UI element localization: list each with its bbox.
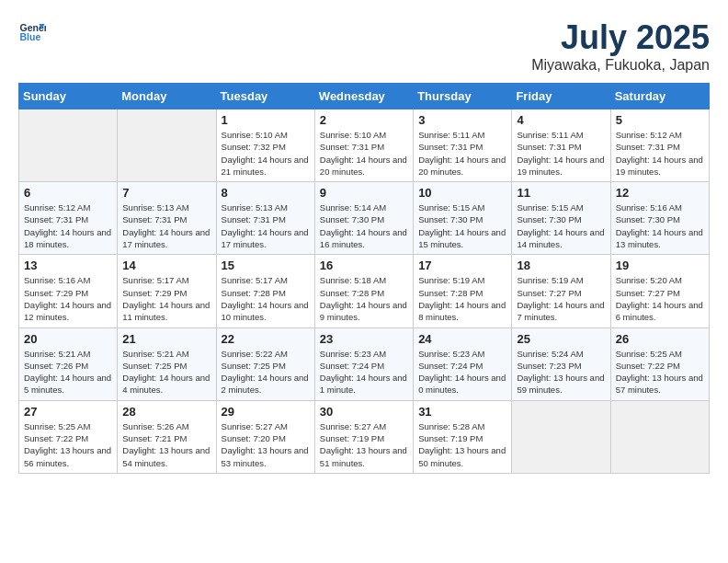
day-info: Sunrise: 5:15 AMSunset: 7:30 PMDaylight:… [418, 201, 506, 250]
calendar-cell: 28Sunrise: 5:26 AMSunset: 7:21 PMDayligh… [118, 400, 216, 473]
calendar-cell: 10Sunrise: 5:15 AMSunset: 7:30 PMDayligh… [414, 182, 512, 255]
calendar-cell: 31Sunrise: 5:28 AMSunset: 7:19 PMDayligh… [414, 400, 512, 473]
calendar-week-1: 1Sunrise: 5:10 AMSunset: 7:32 PMDaylight… [19, 109, 710, 182]
calendar-cell: 27Sunrise: 5:25 AMSunset: 7:22 PMDayligh… [19, 400, 118, 473]
day-number: 24 [418, 332, 506, 346]
day-number: 12 [616, 186, 704, 200]
day-number: 13 [24, 259, 112, 272]
calendar-cell [610, 400, 709, 473]
day-number: 19 [616, 259, 704, 272]
day-number: 9 [320, 186, 408, 200]
calendar-cell [512, 400, 610, 473]
day-info: Sunrise: 5:11 AMSunset: 7:31 PMDaylight:… [517, 129, 605, 178]
day-info: Sunrise: 5:21 AMSunset: 7:26 PMDaylight:… [24, 348, 112, 396]
day-number: 30 [320, 405, 408, 419]
title-block: July 2025 Miyawaka, Fukuoka, Japan [531, 18, 710, 74]
day-info: Sunrise: 5:16 AMSunset: 7:29 PMDaylight:… [24, 274, 112, 323]
column-header-wednesday: Wednesday [314, 84, 413, 109]
column-header-sunday: Sunday [19, 84, 118, 109]
calendar-cell: 25Sunrise: 5:24 AMSunset: 7:23 PMDayligh… [512, 327, 610, 400]
calendar-cell: 13Sunrise: 5:16 AMSunset: 7:29 PMDayligh… [19, 255, 118, 327]
day-number: 4 [517, 113, 605, 127]
calendar-cell: 22Sunrise: 5:22 AMSunset: 7:25 PMDayligh… [216, 327, 314, 400]
calendar-cell: 1Sunrise: 5:10 AMSunset: 7:32 PMDaylight… [216, 109, 314, 182]
day-info: Sunrise: 5:19 AMSunset: 7:27 PMDaylight:… [517, 274, 605, 323]
calendar-header-row: SundayMondayTuesdayWednesdayThursdayFrid… [19, 84, 710, 109]
day-number: 5 [616, 113, 704, 127]
calendar-cell: 3Sunrise: 5:11 AMSunset: 7:31 PMDaylight… [414, 109, 512, 182]
page-header: General Blue July 2025 Miyawaka, Fukuoka… [18, 18, 710, 74]
day-number: 31 [418, 405, 506, 419]
day-info: Sunrise: 5:20 AMSunset: 7:27 PMDaylight:… [616, 274, 704, 323]
calendar-week-5: 27Sunrise: 5:25 AMSunset: 7:22 PMDayligh… [19, 400, 710, 473]
calendar-cell: 8Sunrise: 5:13 AMSunset: 7:31 PMDaylight… [216, 182, 314, 255]
day-info: Sunrise: 5:12 AMSunset: 7:31 PMDaylight:… [24, 201, 112, 250]
calendar-cell: 5Sunrise: 5:12 AMSunset: 7:31 PMDaylight… [610, 109, 709, 182]
calendar-cell: 15Sunrise: 5:17 AMSunset: 7:28 PMDayligh… [216, 255, 314, 327]
day-info: Sunrise: 5:22 AMSunset: 7:25 PMDaylight:… [222, 348, 310, 396]
calendar-cell: 24Sunrise: 5:23 AMSunset: 7:24 PMDayligh… [414, 327, 512, 400]
calendar-cell: 21Sunrise: 5:21 AMSunset: 7:25 PMDayligh… [118, 327, 216, 400]
day-number: 18 [517, 259, 605, 272]
calendar-table: SundayMondayTuesdayWednesdayThursdayFrid… [18, 83, 710, 474]
day-number: 20 [24, 332, 112, 346]
day-info: Sunrise: 5:10 AMSunset: 7:32 PMDaylight:… [222, 129, 310, 178]
calendar-cell: 16Sunrise: 5:18 AMSunset: 7:28 PMDayligh… [314, 255, 413, 327]
day-number: 26 [616, 332, 704, 346]
column-header-tuesday: Tuesday [216, 84, 314, 109]
calendar-cell: 12Sunrise: 5:16 AMSunset: 7:30 PMDayligh… [610, 182, 709, 255]
day-number: 29 [222, 405, 310, 419]
day-info: Sunrise: 5:18 AMSunset: 7:28 PMDaylight:… [320, 274, 408, 323]
day-number: 1 [222, 113, 310, 127]
day-info: Sunrise: 5:15 AMSunset: 7:30 PMDaylight:… [517, 201, 605, 250]
day-info: Sunrise: 5:16 AMSunset: 7:30 PMDaylight:… [616, 201, 704, 250]
day-info: Sunrise: 5:23 AMSunset: 7:24 PMDaylight:… [320, 348, 408, 396]
day-info: Sunrise: 5:26 AMSunset: 7:21 PMDaylight:… [122, 420, 210, 469]
logo: General Blue [18, 18, 46, 46]
day-info: Sunrise: 5:23 AMSunset: 7:24 PMDaylight:… [418, 348, 506, 396]
column-header-saturday: Saturday [610, 84, 709, 109]
calendar-cell: 19Sunrise: 5:20 AMSunset: 7:27 PMDayligh… [610, 255, 709, 327]
day-number: 16 [320, 259, 408, 272]
calendar-cell: 30Sunrise: 5:27 AMSunset: 7:19 PMDayligh… [314, 400, 413, 473]
column-header-friday: Friday [512, 84, 610, 109]
day-number: 21 [122, 332, 210, 346]
day-number: 7 [122, 186, 210, 200]
calendar-cell: 14Sunrise: 5:17 AMSunset: 7:29 PMDayligh… [118, 255, 216, 327]
day-number: 8 [222, 186, 310, 200]
calendar-cell: 7Sunrise: 5:13 AMSunset: 7:31 PMDaylight… [118, 182, 216, 255]
location-subtitle: Miyawaka, Fukuoka, Japan [531, 57, 710, 74]
calendar-cell: 20Sunrise: 5:21 AMSunset: 7:26 PMDayligh… [19, 327, 118, 400]
day-info: Sunrise: 5:19 AMSunset: 7:28 PMDaylight:… [418, 274, 506, 323]
calendar-cell [118, 109, 216, 182]
day-number: 28 [122, 405, 210, 419]
day-number: 17 [418, 259, 506, 272]
day-number: 3 [418, 113, 506, 127]
day-number: 23 [320, 332, 408, 346]
calendar-week-4: 20Sunrise: 5:21 AMSunset: 7:26 PMDayligh… [19, 327, 710, 400]
day-info: Sunrise: 5:25 AMSunset: 7:22 PMDaylight:… [24, 420, 112, 469]
calendar-cell: 6Sunrise: 5:12 AMSunset: 7:31 PMDaylight… [19, 182, 118, 255]
day-info: Sunrise: 5:24 AMSunset: 7:23 PMDaylight:… [517, 348, 605, 396]
day-info: Sunrise: 5:25 AMSunset: 7:22 PMDaylight:… [616, 348, 704, 396]
month-year-title: July 2025 [531, 18, 710, 57]
calendar-week-3: 13Sunrise: 5:16 AMSunset: 7:29 PMDayligh… [19, 255, 710, 327]
day-info: Sunrise: 5:13 AMSunset: 7:31 PMDaylight:… [222, 201, 310, 250]
day-number: 11 [517, 186, 605, 200]
day-info: Sunrise: 5:11 AMSunset: 7:31 PMDaylight:… [418, 129, 506, 178]
day-number: 6 [24, 186, 112, 200]
calendar-cell: 4Sunrise: 5:11 AMSunset: 7:31 PMDaylight… [512, 109, 610, 182]
calendar-cell: 2Sunrise: 5:10 AMSunset: 7:31 PMDaylight… [314, 109, 413, 182]
day-number: 14 [122, 259, 210, 272]
day-info: Sunrise: 5:13 AMSunset: 7:31 PMDaylight:… [122, 201, 210, 250]
day-info: Sunrise: 5:17 AMSunset: 7:29 PMDaylight:… [122, 274, 210, 323]
day-info: Sunrise: 5:27 AMSunset: 7:20 PMDaylight:… [222, 420, 310, 469]
day-info: Sunrise: 5:17 AMSunset: 7:28 PMDaylight:… [222, 274, 310, 323]
day-info: Sunrise: 5:27 AMSunset: 7:19 PMDaylight:… [320, 420, 408, 469]
calendar-cell [19, 109, 118, 182]
calendar-cell: 29Sunrise: 5:27 AMSunset: 7:20 PMDayligh… [216, 400, 314, 473]
calendar-cell: 26Sunrise: 5:25 AMSunset: 7:22 PMDayligh… [610, 327, 709, 400]
day-info: Sunrise: 5:12 AMSunset: 7:31 PMDaylight:… [616, 129, 704, 178]
calendar-cell: 17Sunrise: 5:19 AMSunset: 7:28 PMDayligh… [414, 255, 512, 327]
day-info: Sunrise: 5:28 AMSunset: 7:19 PMDaylight:… [418, 420, 506, 469]
